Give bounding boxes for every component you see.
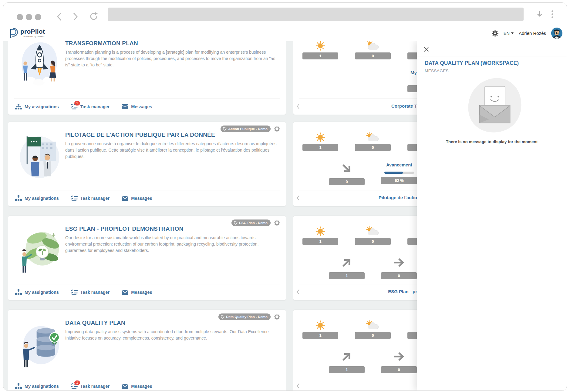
my-assignations-link[interactable]: My assignations [15, 104, 59, 110]
sun-icon [314, 132, 326, 142]
sitemap-icon [15, 383, 22, 389]
sun-cloud-icon [366, 226, 380, 236]
status-count-pill: 0 [355, 144, 391, 151]
plan-link[interactable]: Corporate T [318, 103, 417, 109]
plan-title[interactable]: ESG PLAN - PROPILOT DEMONSTRATION [65, 226, 183, 232]
plan-tag-badge: Data Quality Plan - Demo [218, 313, 271, 320]
empty-mailbox-illustration [462, 76, 527, 138]
window-control-icon[interactable] [26, 14, 32, 20]
close-icon[interactable] [423, 47, 429, 52]
my-assignations-link[interactable]: My assignations [15, 383, 59, 389]
my-assignations-link[interactable]: My assignations [15, 289, 59, 295]
status-count-pill: 1 [302, 52, 338, 59]
task-manager-link[interactable]: Task manager [71, 195, 110, 201]
avancement-label: Avancement [381, 162, 418, 167]
task-count-badge: 1 [74, 380, 80, 385]
back-icon[interactable] [56, 12, 63, 21]
card-settings-gear-icon[interactable] [274, 126, 280, 132]
envelope-icon [122, 104, 128, 109]
brand-tagline: — Powered by dFakto [20, 35, 45, 38]
task-list-icon [71, 195, 78, 201]
sun-cloud-icon [366, 320, 380, 330]
plan-link[interactable]: Pilotage de l'actio [318, 195, 417, 200]
plan-description: La gouvernance consiste à organiser le d… [65, 141, 279, 160]
propilot-logo[interactable]: proPilot — Powered by dFakto [8, 27, 45, 39]
plan-link[interactable]: ESG Plan - pr [318, 289, 417, 294]
chevron-left-icon[interactable] [296, 103, 300, 109]
status-count-pill: 1 [329, 272, 365, 279]
messages-link[interactable]: Messages [122, 290, 152, 295]
refresh-icon[interactable] [89, 12, 99, 21]
plan-card-data-quality: Data Quality Plan - Demo DATA QUALITY PL… [8, 310, 286, 390]
progress-value-pill: 62 % [381, 177, 418, 184]
download-icon[interactable] [536, 10, 543, 18]
messages-link[interactable]: Messages [122, 196, 152, 201]
chevron-left-icon[interactable] [296, 195, 300, 201]
divider [14, 378, 280, 378]
avatar[interactable] [551, 28, 562, 39]
status-count-pill: 0 [355, 332, 391, 339]
browser-window: proPilot — Powered by dFakto EN Adrien R… [3, 2, 567, 391]
screenshot-root: proPilot — Powered by dFakto EN Adrien R… [0, 0, 570, 392]
app-header: proPilot — Powered by dFakto EN Adrien R… [3, 25, 567, 42]
card-settings-gear-icon[interactable] [274, 313, 280, 320]
tag-icon [221, 315, 224, 319]
sitemap-icon [15, 195, 22, 201]
status-count-pill: 1 [302, 144, 338, 151]
plan-card-action-publique: Action Publique - Demo PILOTAGE DE L’ACT… [8, 122, 286, 206]
divider [417, 56, 567, 56]
brand-name: proPilot [20, 28, 45, 35]
propilot-logo-icon [8, 27, 19, 39]
esg-illustration [16, 225, 63, 277]
plan-title[interactable]: DATA QUALITY PLAN [65, 320, 125, 326]
status-count-pill: 0 [355, 238, 391, 245]
panel-subtitle: MESSAGES [425, 69, 449, 73]
card-settings-gear-icon[interactable] [274, 219, 280, 226]
my-section-label: My [410, 70, 417, 75]
plan-tag-label: ESG Plan - Demo [239, 221, 268, 225]
status-count-pill: 1 [302, 238, 338, 245]
sun-cloud-icon [366, 41, 380, 51]
sun-icon [314, 41, 326, 51]
chevron-left-icon[interactable] [296, 383, 300, 389]
browser-chrome [3, 3, 567, 25]
sitemap-icon [15, 289, 22, 295]
my-assignations-link[interactable]: My assignations [15, 195, 59, 201]
divider [14, 190, 280, 190]
plan-description: Transformation planning is a process of … [65, 49, 279, 68]
status-count-pill: 1 [302, 332, 338, 339]
window-control-icon[interactable] [35, 14, 41, 20]
task-manager-link[interactable]: 1 Task manager [71, 103, 110, 110]
messages-link[interactable]: Messages [122, 104, 152, 109]
envelope-icon [122, 196, 128, 201]
plan-description: Improving data quality across systems wi… [65, 329, 279, 341]
plan-card-esg: ESG Plan - Demo ESG PLAN - PROPILOT DEMO… [8, 216, 286, 300]
progress-fill [384, 172, 403, 174]
rocket-illustration [16, 41, 63, 92]
status-count-pill: 0 [355, 52, 391, 59]
panel-title: DATA QUALITY PLAN (WORKSPACE) [425, 60, 519, 66]
language-selector[interactable]: EN [504, 31, 514, 36]
plan-title[interactable]: TRANSFORMATION PLAN [65, 41, 138, 47]
task-list-icon [71, 289, 78, 295]
chevron-left-icon[interactable] [296, 289, 300, 295]
messages-link[interactable]: Messages [122, 384, 152, 389]
url-bar[interactable] [108, 8, 524, 21]
plan-description: Our desire for a more sustainable world … [65, 235, 279, 254]
data-quality-illustration [16, 319, 63, 371]
sun-icon [314, 320, 326, 330]
settings-gear-icon[interactable] [492, 30, 498, 37]
plan-title[interactable]: PILOTAGE DE L’ACTION PUBLIQUE PAR LA DON… [65, 132, 215, 138]
task-manager-link[interactable]: 1 Task manager [71, 383, 110, 390]
public-action-illustration [16, 131, 63, 183]
plan-tag-label: Data Quality Plan - Demo [226, 315, 268, 319]
status-count-pill: 0 [381, 366, 417, 373]
task-manager-link[interactable]: Task manager [71, 289, 110, 295]
chevron-down-icon [511, 32, 514, 34]
browser-menu-icon[interactable] [551, 10, 554, 18]
window-control-icon[interactable] [17, 14, 23, 20]
forward-icon[interactable] [72, 12, 79, 21]
task-count-badge: 1 [74, 101, 80, 106]
progress-bar [384, 172, 414, 174]
trend-up-arrow-icon [337, 253, 356, 272]
